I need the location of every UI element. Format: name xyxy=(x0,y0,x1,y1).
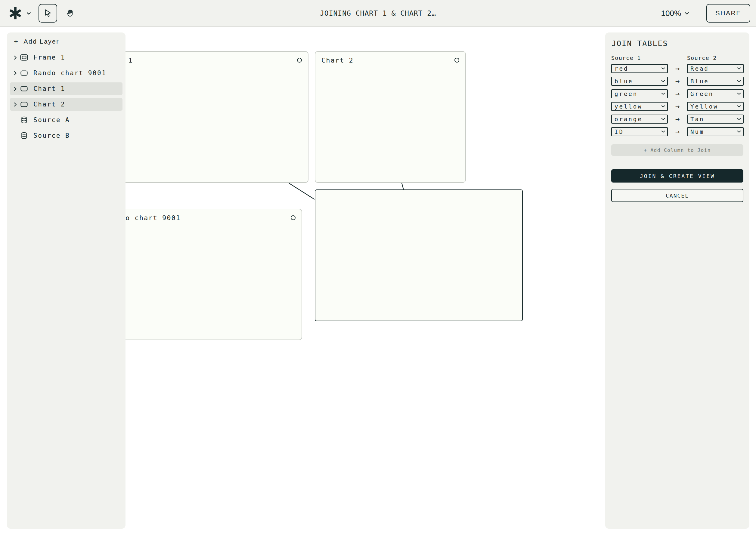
chevron-right-icon[interactable] xyxy=(13,71,17,75)
frame-title: Chart 2 xyxy=(321,57,354,64)
canvas-frame-chart-2[interactable]: Chart 2 xyxy=(315,51,466,183)
arrow-right-icon: → xyxy=(668,64,687,73)
frame-icon xyxy=(20,54,28,61)
source2-column-select-4[interactable]: Yellow xyxy=(687,102,744,111)
source1-column-select-6[interactable]: ID xyxy=(611,127,668,136)
join-panel-title: JOIN TABLES xyxy=(612,39,743,48)
layer-row-chart-1[interactable]: Chart 1 xyxy=(10,82,123,95)
arrow-right-icon: → xyxy=(668,127,687,136)
frame-handle-icon[interactable] xyxy=(454,58,459,63)
source1-column-select-5[interactable]: orange xyxy=(611,115,668,124)
connector-chart1-to-join xyxy=(289,183,315,199)
join-mapping-row: ID → Num xyxy=(611,127,743,136)
rect-icon xyxy=(20,85,28,92)
layer-row-chart-2[interactable]: Chart 2 xyxy=(10,98,123,111)
source2-column-select-1[interactable]: Read xyxy=(687,64,744,73)
join-tables-panel: JOIN TABLES Source 1 Source 2 red → Read… xyxy=(605,33,749,529)
source1-column-select-3[interactable]: green xyxy=(611,89,668,99)
arrow-right-icon: → xyxy=(668,77,687,85)
share-button[interactable]: SHARE xyxy=(706,4,750,22)
chevron-down-icon xyxy=(685,12,689,15)
join-mapping-row: green → Green xyxy=(611,89,743,99)
join-mapping-row: blue → Blue xyxy=(611,77,743,86)
source1-label: Source 1 xyxy=(611,55,687,61)
select-tool-button[interactable] xyxy=(39,4,57,22)
canvas-frame-rando-chart-9001[interactable]: Rando chart 9001 xyxy=(101,209,302,340)
connector-chart2-to-join xyxy=(402,183,404,190)
database-icon xyxy=(20,116,28,124)
chevron-down-icon xyxy=(26,12,31,15)
add-column-to-join-button[interactable]: + Add Column to Join xyxy=(611,144,743,156)
join-mapping-row: orange → Tan xyxy=(611,115,743,124)
rect-icon xyxy=(20,70,28,76)
database-icon xyxy=(20,132,28,139)
source1-column-select-1[interactable]: red xyxy=(611,64,668,73)
chevron-right-icon[interactable] xyxy=(13,102,17,107)
chevron-right-icon[interactable] xyxy=(13,87,17,91)
join-and-create-view-button[interactable]: JOIN & CREATE VIEW xyxy=(611,169,743,183)
rect-icon xyxy=(20,101,28,108)
arrow-right-icon: → xyxy=(668,102,687,111)
arrow-right-icon: → xyxy=(668,90,687,98)
arrow-right-icon: → xyxy=(668,115,687,123)
frame-handle-icon[interactable] xyxy=(297,58,302,63)
layer-row-source-a[interactable]: Source A xyxy=(10,114,123,126)
layer-label: Source A xyxy=(33,116,70,124)
add-layer-button[interactable]: + Add Layer xyxy=(10,35,123,48)
join-mapping-row: yellow → Yellow xyxy=(611,102,743,111)
hand-icon xyxy=(66,9,75,18)
layer-label: Source B xyxy=(33,132,70,139)
source2-column-select-2[interactable]: Blue xyxy=(687,77,744,86)
canvas-frame-chart-1[interactable]: Chart 1 xyxy=(94,51,309,183)
source1-column-select-4[interactable]: yellow xyxy=(611,102,668,111)
zoom-level-dropdown[interactable]: 100% xyxy=(661,0,689,26)
layer-row-frame-1[interactable]: Frame 1 xyxy=(10,51,123,64)
zoom-level-value: 100% xyxy=(661,9,681,18)
cancel-button[interactable]: CANCEL xyxy=(611,189,743,202)
layer-row-rando-chart-9001[interactable]: Rando chart 9001 xyxy=(10,67,123,79)
app-menu-button[interactable] xyxy=(9,0,31,26)
layer-label: Rando chart 9001 xyxy=(33,70,106,77)
frame-handle-icon[interactable] xyxy=(291,215,295,220)
cursor-icon xyxy=(44,9,52,17)
plus-icon: + xyxy=(14,37,19,46)
layer-row-source-b[interactable]: Source B xyxy=(10,129,123,142)
source2-column-select-3[interactable]: Green xyxy=(687,89,744,99)
add-layer-label: Add Layer xyxy=(24,38,59,45)
app-toolbar: JOINING CHART 1 & CHART 2… 100% SHARE xyxy=(0,0,756,27)
layer-label: Frame 1 xyxy=(33,54,65,61)
layer-label: Chart 2 xyxy=(33,101,65,108)
join-mapping-row: red → Read xyxy=(611,64,743,73)
source2-column-select-5[interactable]: Tan xyxy=(687,115,744,124)
source1-column-select-2[interactable]: blue xyxy=(611,77,668,86)
source2-column-select-6[interactable]: Num xyxy=(687,127,744,136)
asterisk-logo-icon xyxy=(9,6,22,20)
source2-label: Source 2 xyxy=(687,55,717,61)
hand-tool-button[interactable] xyxy=(61,4,80,22)
layers-sidebar: + Add Layer Frame 1 Rando chart 9001 xyxy=(7,33,126,529)
chevron-right-icon[interactable] xyxy=(13,55,17,60)
canvas-frame-join-result[interactable] xyxy=(315,189,523,321)
source-column-headers: Source 1 Source 2 xyxy=(611,55,743,61)
page-title: JOINING CHART 1 & CHART 2… xyxy=(320,0,436,26)
layer-label: Chart 1 xyxy=(33,85,65,92)
